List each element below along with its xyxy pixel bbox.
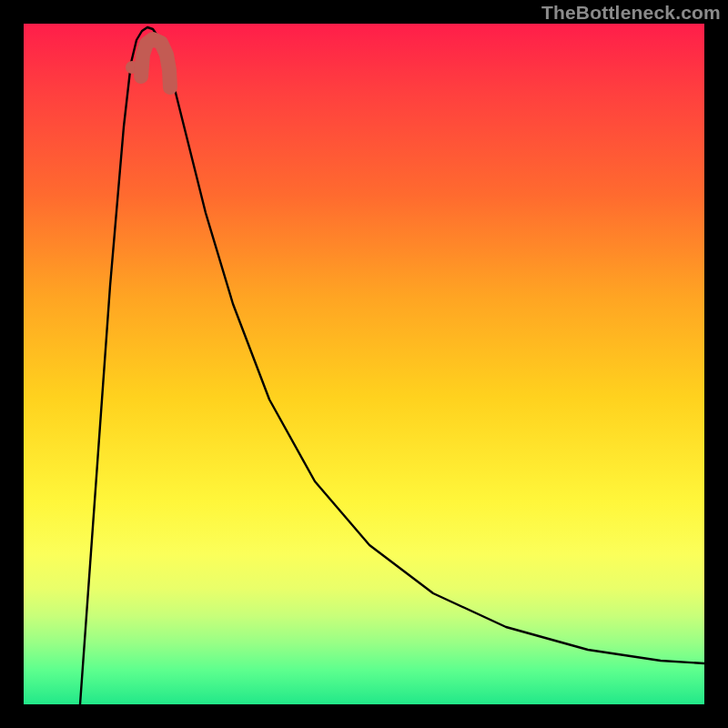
- curve-layer: [24, 24, 704, 704]
- j-marker-stroke: [141, 39, 170, 87]
- plot-area: [24, 24, 704, 704]
- watermark-text: TheBottleneck.com: [541, 2, 721, 24]
- chart-frame: TheBottleneck.com: [0, 0, 728, 728]
- bottleneck-curve: [80, 27, 704, 704]
